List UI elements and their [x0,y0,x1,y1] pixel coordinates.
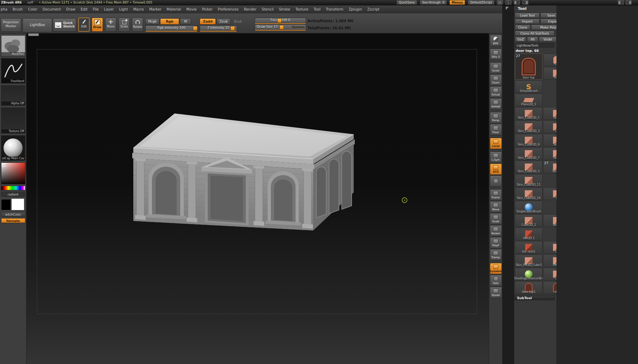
see-through-slider[interactable]: See-through 0 [420,0,447,5]
document-canvas[interactable] [26,33,489,364]
tool-item-skin-cube3d-6[interactable]: Skin_Cube3D_6 [515,134,542,147]
current-texture-well[interactable]: Texture Off [1,107,25,134]
tool-item-wind[interactable]: WIND [543,214,557,227]
dock-right-icon[interactable] [522,0,528,5]
draw-size-slider[interactable]: Draw Size 17 Dynamic [255,24,306,31]
tool-item-skin[interactable]: Skin_ [543,134,557,147]
make-polymesh3d-button[interactable]: Make PolyMe [531,25,557,30]
scale-mode-button[interactable]: Scale [119,18,130,32]
quicksave-button[interactable]: QuickSave [396,0,417,5]
menu-zscript[interactable]: Zscript [367,7,379,11]
viewport-3d[interactable] [26,33,489,364]
rightshelf-zoom-button[interactable]: Zoom [490,74,502,86]
menu-document[interactable]: Document [43,7,61,11]
z-intensity-slider[interactable]: Z Intensity 25 [200,25,237,32]
rightshelf-bpr-button[interactable]: BPR [490,35,502,46]
pause-layout-icon[interactable] [497,0,503,5]
rightshelf-xyz-button[interactable]: XYZ [490,164,502,175]
tool-item-skin-cube3d-5[interactable]: Skin_Cube3D_5 [515,161,542,173]
secondary-color-swatch[interactable] [11,198,24,210]
zsub-button[interactable]: Zsub [217,18,231,25]
tool-item-shadingenhancerbr[interactable]: ShadingEnhancerBr‹ [515,268,542,280]
rightshelf-floor-button[interactable]: Floor [490,124,502,135]
tool-item-cyl[interactable]: Cyl [543,54,557,66]
tool-item-skin-pm3d-cube3[interactable]: Skin_PM3D_Cube3 [515,254,542,267]
menu-transform[interactable]: Transform [326,7,344,11]
projection-master-button[interactable]: Projection Master [1,18,21,32]
alternate-button[interactable]: lternate [1,218,25,223]
zcut-button[interactable]: Zcut [231,18,244,25]
goz-button[interactable]: GoZ [515,37,526,42]
focal-shift-knob[interactable] [277,18,282,23]
tool-item-cu[interactable]: Cu [543,241,557,254]
menu-material[interactable]: Material [167,7,181,11]
tool-item-singlelayerbrush[interactable]: SingleLayerBrush [515,201,542,214]
rightshelf-dynamic-button[interactable]: Dynamic [490,263,502,274]
rightshelf-pivot-button[interactable] [490,175,502,187]
rightshelf-scale-button[interactable]: Scale [490,213,502,224]
tray-right-toggle-icon[interactable] [626,0,632,5]
menu-texture[interactable]: Texture [296,7,309,11]
tool-item-cu[interactable]: Cu [543,121,557,133]
menu-stencil[interactable]: Stencil [262,7,274,11]
menu-draw[interactable]: Draw [66,7,75,11]
lightbox-button[interactable]: LightBox [23,18,52,32]
stone-building-model[interactable] [132,113,355,230]
menu-file[interactable]: File [93,7,99,11]
rightshelf-polyf-button[interactable]: PolyF [490,237,502,248]
rightshelf-xpose-button[interactable]: Xpose [490,287,502,298]
rightshelf-move-button[interactable]: Move [490,201,502,212]
menu-edit[interactable]: Edit [81,7,87,11]
menu-macro[interactable]: Macro [133,7,144,11]
tool-item-skin-cube3d-1[interactable]: Skin_Cube3D_1 [515,107,542,120]
rightshelf-rotate-button[interactable]: Rotate [490,225,502,236]
m-button[interactable]: M [180,18,191,25]
menu-brush[interactable]: Brush [13,7,23,11]
rightshelf-persp-button[interactable]: Persp [490,112,502,123]
save-as-button[interactable]: Save .. [540,13,557,18]
menu-marker[interactable]: Marker [149,7,162,11]
tool-item-skin-cube3d-11[interactable]: Skin_Cube3D_11 [515,174,542,187]
rgb-button[interactable]: Rgb [160,18,179,25]
rightshelf-local-button[interactable]: Local [490,138,502,149]
edit-mode-button[interactable]: Edit [78,18,90,32]
tool-item-door-top[interactable]: 27door top [515,54,542,80]
menu-layer[interactable]: Layer [104,7,114,11]
rightshelf-frame-button[interactable]: Frame [490,189,502,200]
tool-item-skin-cube3d-10[interactable]: Skin_Cube3D_10 [515,187,542,200]
tool-item-skin-c[interactable]: 27Skin_C [543,161,557,173]
tool-item-itor-rosh1[interactable]: itor rosh1 [515,241,542,254]
focal-shift-slider[interactable]: Focal Shift 0 [255,18,306,24]
split-pane-icon[interactable] [505,0,511,5]
export-button[interactable]: Expor [540,19,557,24]
hue-strip[interactable] [1,186,25,190]
tool-item-do[interactable]: do [543,281,557,294]
draw-size-knob[interactable] [279,25,284,30]
menu-light[interactable]: Light [119,7,128,11]
menu-movie[interactable]: Movie [186,7,197,11]
tool-item-cu[interactable]: Cu [543,268,557,280]
tool-item-pm3d[interactable]: PM3D [543,254,557,267]
rgb-intensity-slider[interactable]: Rgb Intensity 100 [145,25,198,32]
switch-color-button[interactable]: witchColor [1,212,25,217]
rightshelf-actual-button[interactable]: Actual [490,86,502,98]
goz-all-button[interactable]: All [527,37,538,42]
rightshelf-scroll-button[interactable]: Scroll [490,62,502,74]
tray-left-toggle-icon[interactable] [618,0,624,5]
rightshelf-aahalf-button[interactable]: AAHalf [490,98,502,110]
move-mode-button[interactable]: Move [105,18,116,32]
import-button[interactable]: Import [515,19,540,24]
menu-picker[interactable]: Picker [202,7,213,11]
tool-item-amod-3[interactable]: AMOD 3 [515,228,542,240]
subtool-header[interactable]: SubTool [515,295,555,300]
clone-button[interactable]: Clone [515,25,530,30]
current-stroke-well[interactable]: FreeHand [1,58,25,84]
rightshelf-spix-3-button[interactable]: SPix 3 [490,49,502,60]
lightbox-tools-path[interactable]: Lightbox▸Tools [515,43,554,48]
menu-pha[interactable]: pha [1,7,7,11]
tool-item-skin[interactable]: Skin_ [543,107,557,120]
tool-item-plane3d-1[interactable]: Plane3D_1 [515,94,542,106]
menu-zplugin[interactable]: Zplugin [349,7,362,11]
rightshelf-transp-button[interactable]: Transp [490,249,502,260]
dynamic-mode-label[interactable]: Dynamic [292,25,305,29]
